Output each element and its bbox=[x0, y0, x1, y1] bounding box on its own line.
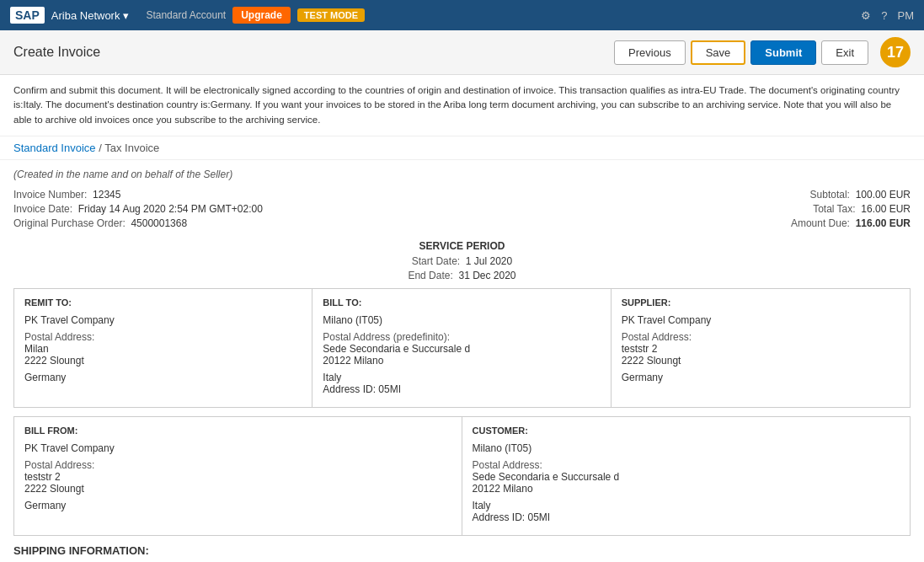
po-label: Original Purchase Order: bbox=[13, 217, 126, 229]
customer-city: Milano (IT05) bbox=[473, 442, 900, 454]
invoice-number-label: Invoice Number: bbox=[13, 189, 87, 201]
shipping-section: SHIPPING INFORMATION: SHIP FROM: SHIP TO… bbox=[13, 544, 911, 562]
settings-icon[interactable]: ⚙ bbox=[861, 9, 871, 22]
invoice-number-value: 12345 bbox=[93, 189, 120, 201]
supplier-name: PK Travel Company bbox=[622, 314, 900, 326]
customer-country: Italy bbox=[473, 500, 900, 511]
customer-header: CUSTOMER: bbox=[473, 426, 900, 436]
remit-to-header: REMIT TO: bbox=[24, 297, 302, 308]
test-mode-badge: TEST MODE bbox=[297, 8, 365, 22]
bill-to-address2: 20122 Milano bbox=[323, 355, 600, 367]
remit-to-postal-label: Postal Address: bbox=[24, 331, 302, 343]
remit-to-country: Germany bbox=[24, 372, 302, 383]
supplier-country: Germany bbox=[622, 372, 900, 383]
bill-to-cell: BILL TO: Milano (IT05) Postal Address (p… bbox=[312, 289, 611, 407]
invoice-date-value: Friday 14 Aug 2020 2:54 PM GMT+02:00 bbox=[78, 203, 263, 215]
bill-from-country: Germany bbox=[24, 500, 451, 511]
top-navigation: SAP Ariba Network ▾ Standard Account Upg… bbox=[0, 0, 924, 30]
amount-due-label: Amount Due: bbox=[791, 217, 850, 229]
po-value: 4500001368 bbox=[131, 217, 187, 229]
bill-from-cell: BILL FROM: PK Travel Company Postal Addr… bbox=[14, 417, 462, 535]
customer-address2: 20122 Milano bbox=[473, 483, 900, 495]
customer-postal-label: Postal Address: bbox=[473, 459, 900, 471]
start-date-label: Start Date: bbox=[412, 255, 460, 267]
customer-address-id: Address ID: 05MI bbox=[473, 511, 900, 523]
supplier-header: SUPPLIER: bbox=[622, 297, 900, 308]
bill-to-address-id: Address ID: 05MI bbox=[323, 383, 600, 395]
address-grid-bottom: BILL FROM: PK Travel Company Postal Addr… bbox=[13, 416, 911, 536]
submit-button[interactable]: Submit bbox=[750, 40, 816, 65]
upgrade-button[interactable]: Upgrade bbox=[232, 7, 291, 24]
bill-from-postal-label: Postal Address: bbox=[24, 459, 451, 471]
subtotal-value: 100.00 EUR bbox=[856, 189, 911, 201]
bill-from-name: PK Travel Company bbox=[24, 442, 451, 454]
supplier-postal-label: Postal Address: bbox=[622, 331, 900, 343]
address-grid-top: REMIT TO: PK Travel Company Postal Addre… bbox=[13, 288, 911, 408]
remit-to-name: PK Travel Company bbox=[24, 314, 302, 326]
help-icon[interactable]: ? bbox=[881, 9, 887, 22]
start-date-value: 1 Jul 2020 bbox=[466, 255, 512, 267]
bill-to-address1: Sede Secondaria e Succursale d bbox=[323, 343, 600, 355]
amount-due-value: 116.00 EUR bbox=[856, 217, 911, 229]
remit-to-cell: REMIT TO: PK Travel Company Postal Addre… bbox=[14, 289, 312, 407]
remit-to-address2: 2222 Sloungt bbox=[24, 355, 302, 367]
bill-to-postal-label: Postal Address (predefinito): bbox=[323, 331, 600, 343]
shipping-title: SHIPPING INFORMATION: bbox=[13, 544, 911, 557]
notice-bar: Confirm and submit this document. It wil… bbox=[0, 75, 924, 136]
end-date-value: 31 Dec 2020 bbox=[458, 270, 515, 281]
subtotal-label: Subtotal: bbox=[810, 189, 850, 201]
breadcrumb: Standard Invoice / Tax Invoice bbox=[0, 136, 924, 160]
bill-to-country: Italy bbox=[323, 372, 600, 383]
remit-to-address1: Milan bbox=[24, 343, 302, 355]
supplier-address1: teststr 2 bbox=[622, 343, 900, 355]
standard-account-label: Standard Account bbox=[146, 9, 226, 21]
previous-button[interactable]: Previous bbox=[614, 40, 686, 65]
breadcrumb-standard-invoice[interactable]: Standard Invoice bbox=[13, 142, 96, 154]
end-date-label: End Date: bbox=[408, 270, 452, 281]
supplier-address2: 2222 Sloungt bbox=[622, 355, 900, 367]
main-content: (Created in the name and on behalf of th… bbox=[0, 160, 924, 562]
service-period: SERVICE PERIOD Start Date: 1 Jul 2020 En… bbox=[13, 240, 911, 281]
created-label: (Created in the name and on behalf of th… bbox=[13, 169, 911, 180]
chevron-icon: ▾ bbox=[123, 9, 129, 22]
invoice-right: Subtotal: 100.00 EUR Total Tax: 16.00 EU… bbox=[791, 189, 911, 232]
service-period-title: SERVICE PERIOD bbox=[13, 240, 911, 252]
page-header: Create Invoice Previous Save Submit Exit… bbox=[0, 30, 924, 75]
bill-from-header: BILL FROM: bbox=[24, 426, 451, 436]
exit-button[interactable]: Exit bbox=[821, 40, 868, 65]
save-button[interactable]: Save bbox=[691, 40, 746, 65]
customer-cell: CUSTOMER: Milano (IT05) Postal Address: … bbox=[462, 417, 911, 535]
bill-from-address2: 2222 Sloungt bbox=[24, 483, 451, 495]
tax-label: Total Tax: bbox=[813, 203, 855, 215]
notice-text: Confirm and submit this document. It wil… bbox=[13, 85, 900, 125]
ariba-network-label[interactable]: Ariba Network ▾ bbox=[51, 9, 130, 22]
customer-address1: Sede Secondaria e Succursale d bbox=[473, 471, 900, 483]
breadcrumb-tax-invoice: Tax Invoice bbox=[104, 142, 159, 154]
tax-value: 16.00 EUR bbox=[861, 203, 911, 215]
step-badge: 17 bbox=[880, 37, 911, 67]
invoice-details: Invoice Number: 12345 Invoice Date: Frid… bbox=[13, 189, 911, 232]
page-title: Create Invoice bbox=[13, 45, 100, 60]
header-buttons: Previous Save Submit Exit bbox=[614, 40, 868, 65]
invoice-date-label: Invoice Date: bbox=[13, 203, 72, 215]
invoice-left: Invoice Number: 12345 Invoice Date: Frid… bbox=[13, 189, 791, 232]
bill-to-header: BILL TO: bbox=[323, 297, 600, 308]
sap-logo: SAP bbox=[10, 7, 45, 24]
bill-from-address1: teststr 2 bbox=[24, 471, 451, 483]
bill-to-city: Milano (IT05) bbox=[323, 314, 600, 326]
supplier-cell: SUPPLIER: PK Travel Company Postal Addre… bbox=[612, 289, 910, 407]
user-initials: PM bbox=[898, 9, 915, 22]
